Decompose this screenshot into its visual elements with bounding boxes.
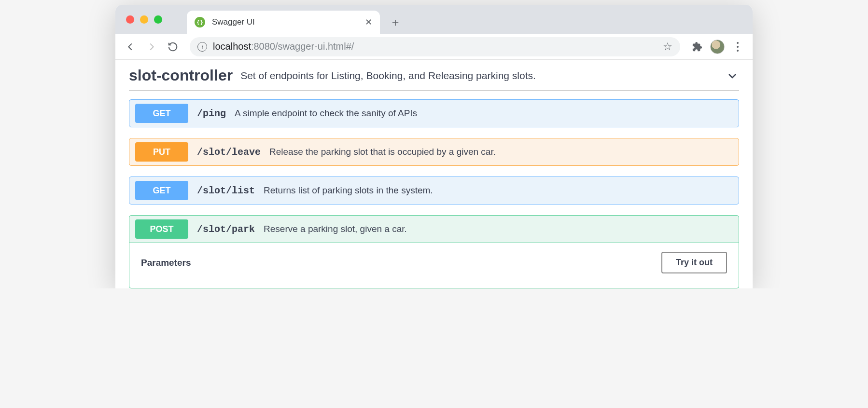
operation-expanded-panel: Parameters Try it out: [129, 243, 739, 288]
divider: [129, 90, 739, 91]
browser-tabbar: { } Swagger UI ✕ ＋: [115, 5, 753, 34]
swagger-page: slot-controller Set of endpoints for Lis…: [115, 60, 753, 288]
url-path: :8080/swagger-ui.html#/: [251, 41, 354, 52]
operation-summary: A simple endpoint to check the sanity of…: [235, 108, 417, 119]
operation-path: /slot/list: [197, 185, 255, 196]
operation-path: /slot/park: [197, 224, 255, 235]
kebab-menu-icon: [734, 42, 742, 52]
operation-post-slot-park[interactable]: POST /slot/park Reserve a parking slot, …: [129, 215, 739, 243]
parameters-heading: Parameters: [141, 258, 191, 268]
operation-summary: Reserve a parking slot, given a car.: [264, 224, 407, 234]
method-badge: POST: [135, 219, 188, 239]
browser-window: { } Swagger UI ✕ ＋ i localhost:8080/swag…: [115, 5, 753, 288]
swagger-favicon: { }: [195, 17, 205, 27]
chevron-down-icon: [726, 69, 739, 82]
forward-button[interactable]: [143, 39, 160, 55]
operation-path: /ping: [197, 108, 226, 119]
window-zoom-button[interactable]: [154, 15, 162, 24]
operation-get-slot-list[interactable]: GET /slot/list Returns list of parking s…: [129, 177, 739, 204]
method-badge: PUT: [135, 142, 188, 162]
controller-header[interactable]: slot-controller Set of endpoints for Lis…: [129, 67, 739, 90]
controller-name: slot-controller: [129, 67, 233, 84]
operation-get-ping[interactable]: GET /ping A simple endpoint to check the…: [129, 99, 739, 127]
close-tab-icon[interactable]: ✕: [365, 17, 372, 27]
window-minimize-button[interactable]: [140, 15, 148, 24]
operation-summary: Release the parking slot that is occupie…: [269, 147, 496, 157]
extensions-icon[interactable]: [689, 39, 705, 55]
url-host: localhost: [213, 41, 251, 52]
operation-summary: Returns list of parking slots in the sys…: [264, 185, 433, 196]
site-info-icon[interactable]: i: [197, 42, 207, 52]
operation-path: /slot/leave: [197, 147, 261, 158]
tab-title: Swagger UI: [212, 17, 358, 27]
address-bar[interactable]: i localhost:8080/swagger-ui.html#/ ☆: [190, 37, 680, 56]
browser-menu-button[interactable]: [729, 39, 746, 55]
bookmark-star-icon[interactable]: ☆: [663, 41, 672, 53]
window-close-button[interactable]: [126, 15, 134, 24]
operation-put-slot-leave[interactable]: PUT /slot/leave Release the parking slot…: [129, 138, 739, 166]
method-badge: GET: [135, 181, 188, 200]
window-controls: [126, 15, 162, 24]
reload-button[interactable]: [165, 39, 181, 55]
url-text: localhost:8080/swagger-ui.html#/: [213, 41, 354, 52]
new-tab-button[interactable]: ＋: [388, 14, 403, 30]
back-button[interactable]: [122, 39, 139, 55]
try-it-out-button[interactable]: Try it out: [661, 252, 727, 273]
method-badge: GET: [135, 104, 188, 123]
browser-toolbar: i localhost:8080/swagger-ui.html#/ ☆: [115, 34, 753, 60]
controller-description: Set of endpoints for Listing, Booking, a…: [240, 70, 718, 82]
profile-avatar[interactable]: [710, 40, 725, 54]
browser-tab[interactable]: { } Swagger UI ✕: [187, 11, 380, 34]
